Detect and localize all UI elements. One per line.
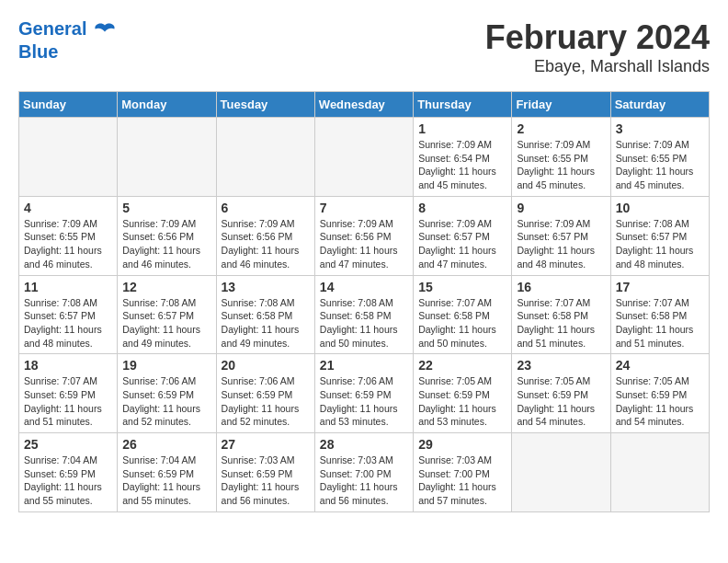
day-info: Sunrise: 7:08 AMSunset: 6:58 PMDaylight:…	[222, 296, 310, 350]
calendar-cell: 5Sunrise: 7:09 AMSunset: 6:56 PMDaylight…	[118, 196, 216, 275]
weekday-header-thursday: Thursday	[414, 92, 512, 118]
day-number: 22	[418, 358, 506, 373]
calendar-cell: 7Sunrise: 7:09 AMSunset: 6:56 PMDaylight…	[314, 196, 413, 275]
day-info: Sunrise: 7:07 AMSunset: 6:59 PMDaylight:…	[24, 374, 112, 429]
day-info: Sunrise: 7:09 AMSunset: 6:55 PMDaylight:…	[517, 138, 605, 192]
calendar-cell: 17Sunrise: 7:07 AMSunset: 6:58 PMDayligh…	[610, 275, 709, 354]
day-number: 7	[320, 201, 408, 215]
week-row-5: 25Sunrise: 7:04 AMSunset: 6:59 PMDayligh…	[19, 433, 710, 512]
day-number: 20	[222, 358, 310, 373]
day-number: 13	[222, 280, 310, 294]
calendar-cell: 4Sunrise: 7:09 AMSunset: 6:55 PMDaylight…	[19, 196, 118, 275]
day-info: Sunrise: 7:09 AMSunset: 6:55 PMDaylight:…	[24, 217, 112, 271]
day-number: 11	[24, 280, 112, 294]
logo-general: General	[18, 18, 86, 39]
calendar-table: SundayMondayTuesdayWednesdayThursdayFrid…	[18, 91, 710, 512]
calendar-cell: 12Sunrise: 7:08 AMSunset: 6:57 PMDayligh…	[118, 275, 216, 354]
day-info: Sunrise: 7:03 AMSunset: 6:59 PMDaylight:…	[222, 454, 310, 508]
calendar-cell	[19, 118, 118, 197]
day-info: Sunrise: 7:09 AMSunset: 6:54 PMDaylight:…	[418, 138, 506, 192]
day-number: 3	[616, 121, 704, 136]
day-number: 10	[616, 201, 704, 215]
calendar-cell: 25Sunrise: 7:04 AMSunset: 6:59 PMDayligh…	[19, 433, 118, 512]
day-info: Sunrise: 7:06 AMSunset: 6:59 PMDaylight:…	[122, 374, 210, 429]
day-info: Sunrise: 7:08 AMSunset: 6:57 PMDaylight:…	[616, 217, 704, 271]
day-info: Sunrise: 7:06 AMSunset: 6:59 PMDaylight:…	[320, 374, 408, 429]
day-number: 29	[418, 437, 506, 452]
day-number: 2	[517, 121, 605, 136]
week-row-3: 11Sunrise: 7:08 AMSunset: 6:57 PMDayligh…	[19, 275, 710, 354]
weekday-header-tuesday: Tuesday	[216, 92, 314, 118]
calendar-cell	[118, 118, 216, 197]
calendar-cell: 22Sunrise: 7:05 AMSunset: 6:59 PMDayligh…	[414, 354, 512, 433]
title-block: February 2024 Ebaye, Marshall Islands	[485, 18, 710, 76]
weekday-header-friday: Friday	[512, 92, 610, 118]
day-info: Sunrise: 7:05 AMSunset: 6:59 PMDaylight:…	[517, 374, 605, 429]
calendar-cell	[216, 118, 314, 197]
weekday-header-monday: Monday	[118, 92, 216, 118]
day-info: Sunrise: 7:09 AMSunset: 6:56 PMDaylight:…	[320, 217, 408, 271]
day-info: Sunrise: 7:07 AMSunset: 6:58 PMDaylight:…	[517, 296, 605, 350]
calendar-cell: 28Sunrise: 7:03 AMSunset: 7:00 PMDayligh…	[314, 433, 413, 512]
day-number: 17	[616, 280, 704, 294]
day-number: 23	[517, 358, 605, 373]
day-info: Sunrise: 7:09 AMSunset: 6:57 PMDaylight:…	[517, 217, 605, 271]
calendar-cell: 20Sunrise: 7:06 AMSunset: 6:59 PMDayligh…	[216, 354, 314, 433]
calendar-cell	[512, 433, 610, 512]
day-number: 27	[222, 437, 310, 452]
calendar-cell	[610, 433, 709, 512]
day-info: Sunrise: 7:05 AMSunset: 6:59 PMDaylight:…	[418, 374, 506, 429]
day-number: 9	[517, 201, 605, 215]
calendar-cell: 23Sunrise: 7:05 AMSunset: 6:59 PMDayligh…	[512, 354, 610, 433]
day-number: 25	[24, 437, 112, 452]
day-number: 4	[24, 201, 112, 215]
day-number: 1	[418, 121, 506, 136]
day-info: Sunrise: 7:07 AMSunset: 6:58 PMDaylight:…	[616, 296, 704, 350]
day-number: 19	[122, 358, 210, 373]
calendar-cell: 9Sunrise: 7:09 AMSunset: 6:57 PMDaylight…	[512, 196, 610, 275]
day-number: 24	[616, 358, 704, 373]
calendar-cell: 15Sunrise: 7:07 AMSunset: 6:58 PMDayligh…	[414, 275, 512, 354]
day-info: Sunrise: 7:04 AMSunset: 6:59 PMDaylight:…	[122, 454, 210, 508]
calendar-cell: 2Sunrise: 7:09 AMSunset: 6:55 PMDaylight…	[512, 118, 610, 197]
location-title: Ebaye, Marshall Islands	[485, 57, 710, 76]
day-info: Sunrise: 7:09 AMSunset: 6:57 PMDaylight:…	[418, 217, 506, 271]
day-number: 21	[320, 358, 408, 373]
day-info: Sunrise: 7:08 AMSunset: 6:58 PMDaylight:…	[320, 296, 408, 350]
week-row-4: 18Sunrise: 7:07 AMSunset: 6:59 PMDayligh…	[19, 354, 710, 433]
day-info: Sunrise: 7:08 AMSunset: 6:57 PMDaylight:…	[122, 296, 210, 350]
calendar-cell: 19Sunrise: 7:06 AMSunset: 6:59 PMDayligh…	[118, 354, 216, 433]
day-info: Sunrise: 7:04 AMSunset: 6:59 PMDaylight:…	[24, 454, 112, 508]
calendar-cell: 21Sunrise: 7:06 AMSunset: 6:59 PMDayligh…	[314, 354, 413, 433]
week-row-2: 4Sunrise: 7:09 AMSunset: 6:55 PMDaylight…	[19, 196, 710, 275]
day-number: 16	[517, 280, 605, 294]
day-number: 6	[222, 201, 310, 215]
weekday-header-row: SundayMondayTuesdayWednesdayThursdayFrid…	[19, 92, 710, 118]
weekday-header-wednesday: Wednesday	[314, 92, 413, 118]
logo-blue: Blue	[18, 41, 116, 62]
day-info: Sunrise: 7:03 AMSunset: 7:00 PMDaylight:…	[320, 454, 408, 508]
day-info: Sunrise: 7:06 AMSunset: 6:59 PMDaylight:…	[222, 374, 310, 429]
calendar-cell: 8Sunrise: 7:09 AMSunset: 6:57 PMDaylight…	[414, 196, 512, 275]
calendar-cell	[314, 118, 413, 197]
calendar-cell: 11Sunrise: 7:08 AMSunset: 6:57 PMDayligh…	[19, 275, 118, 354]
logo: General Blue	[18, 18, 116, 62]
day-number: 28	[320, 437, 408, 452]
day-info: Sunrise: 7:03 AMSunset: 7:00 PMDaylight:…	[418, 454, 506, 508]
day-info: Sunrise: 7:08 AMSunset: 6:57 PMDaylight:…	[24, 296, 112, 350]
day-info: Sunrise: 7:09 AMSunset: 6:56 PMDaylight:…	[222, 217, 310, 271]
calendar-cell: 10Sunrise: 7:08 AMSunset: 6:57 PMDayligh…	[610, 196, 709, 275]
calendar-cell: 3Sunrise: 7:09 AMSunset: 6:55 PMDaylight…	[610, 118, 709, 197]
calendar-cell: 6Sunrise: 7:09 AMSunset: 6:56 PMDaylight…	[216, 196, 314, 275]
weekday-header-saturday: Saturday	[610, 92, 709, 118]
calendar-cell: 18Sunrise: 7:07 AMSunset: 6:59 PMDayligh…	[19, 354, 118, 433]
day-number: 18	[24, 358, 112, 373]
month-title: February 2024	[485, 18, 710, 57]
calendar-cell: 1Sunrise: 7:09 AMSunset: 6:54 PMDaylight…	[414, 118, 512, 197]
calendar-cell: 26Sunrise: 7:04 AMSunset: 6:59 PMDayligh…	[118, 433, 216, 512]
week-row-1: 1Sunrise: 7:09 AMSunset: 6:54 PMDaylight…	[19, 118, 710, 197]
day-number: 14	[320, 280, 408, 294]
calendar-cell: 13Sunrise: 7:08 AMSunset: 6:58 PMDayligh…	[216, 275, 314, 354]
day-number: 26	[122, 437, 210, 452]
day-number: 15	[418, 280, 506, 294]
